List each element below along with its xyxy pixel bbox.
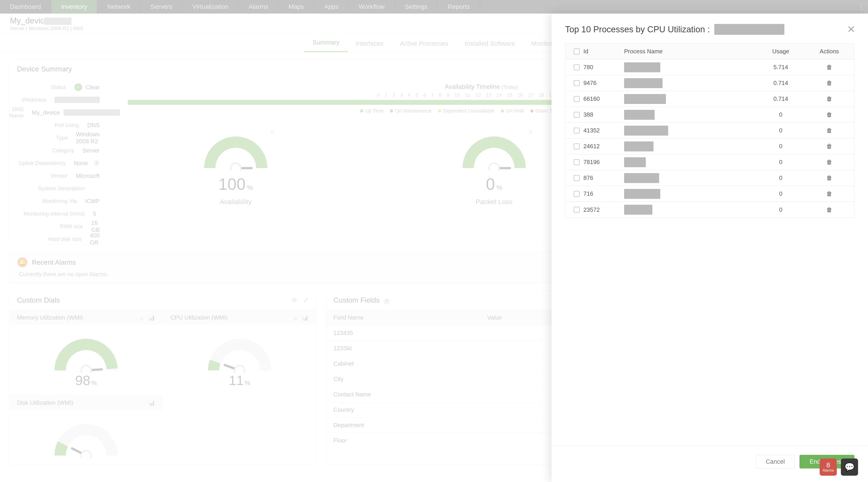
modal-title: Top 10 Processes by CPU Utilization : [565, 24, 784, 35]
process-row: 8760🗑 [565, 170, 854, 186]
process-name-redacted [624, 110, 655, 120]
process-id: 66160 [583, 95, 624, 102]
process-usage: 0 [752, 174, 809, 182]
floating-widgets: 8 Alarms 💬 [819, 458, 858, 476]
process-usage: 0.714 [752, 95, 809, 102]
process-row: 246120🗑 [565, 138, 854, 154]
process-usage: 0 [752, 111, 809, 118]
process-row: 3880🗑 [565, 107, 854, 123]
process-name-redacted [624, 62, 660, 72]
process-id: 24612 [583, 143, 624, 150]
process-id: 23572 [583, 206, 624, 213]
process-usage: 0.714 [752, 79, 809, 87]
process-row: 7805.714🗑 [565, 59, 854, 75]
row-checkbox[interactable] [574, 207, 580, 213]
row-checkbox[interactable] [574, 159, 580, 165]
trash-icon[interactable]: 🗑 [827, 95, 832, 102]
process-id: 388 [583, 111, 624, 118]
trash-icon[interactable]: 🗑 [827, 79, 832, 87]
col-process-name: Process Name [624, 48, 752, 55]
process-name-redacted [624, 78, 662, 88]
col-actions: Actions [809, 48, 850, 55]
process-usage: 5.714 [752, 64, 809, 71]
row-checkbox[interactable] [574, 191, 580, 197]
process-usage: 0 [752, 159, 809, 166]
row-checkbox[interactable] [574, 64, 580, 70]
process-usage: 0 [752, 190, 809, 197]
col-usage: Usage [752, 48, 809, 55]
process-table-header: Id Process Name Usage Actions [565, 43, 854, 59]
process-row: 94760.714🗑 [565, 75, 854, 91]
select-all-checkbox[interactable] [574, 49, 580, 55]
trash-icon[interactable]: 🗑 [827, 159, 832, 166]
trash-icon[interactable]: 🗑 [827, 127, 832, 134]
process-name-redacted [624, 157, 646, 167]
process-id: 9476 [583, 79, 624, 87]
row-checkbox[interactable] [574, 143, 580, 149]
trash-icon[interactable]: 🗑 [827, 143, 832, 150]
process-id: 78196 [583, 159, 624, 166]
trash-icon[interactable]: 🗑 [827, 64, 832, 71]
row-checkbox[interactable] [574, 128, 580, 133]
col-id: Id [583, 48, 624, 55]
process-row: 413520🗑 [565, 123, 854, 138]
process-id: 716 [583, 190, 624, 197]
chat-floater[interactable]: 💬 [841, 458, 858, 476]
row-checkbox[interactable] [574, 175, 580, 181]
process-usage: 0 [752, 143, 809, 150]
row-checkbox[interactable] [574, 80, 580, 86]
trash-icon[interactable]: 🗑 [827, 111, 832, 118]
process-name-redacted [624, 94, 666, 104]
process-usage: 0 [752, 206, 809, 213]
close-icon[interactable]: ✕ [847, 24, 855, 34]
top-processes-modal: Top 10 Processes by CPU Utilization : ✕ … [552, 13, 868, 482]
trash-icon[interactable]: 🗑 [827, 206, 832, 213]
alarms-floater[interactable]: 8 Alarms [819, 458, 837, 476]
process-name-redacted [624, 173, 659, 183]
process-table: Id Process Name Usage Actions 7805.714🗑9… [565, 43, 855, 218]
process-id: 876 [583, 174, 624, 182]
process-id: 780 [583, 64, 624, 71]
row-checkbox[interactable] [574, 112, 580, 118]
process-usage: 0 [752, 127, 809, 134]
process-row: 235720🗑 [565, 202, 854, 218]
row-checkbox[interactable] [574, 96, 580, 102]
trash-icon[interactable]: 🗑 [827, 190, 832, 197]
process-name-redacted [624, 189, 660, 199]
process-id: 41352 [583, 127, 624, 134]
process-name-redacted [624, 141, 653, 151]
process-row: 7160🗑 [565, 186, 854, 202]
process-name-redacted [624, 205, 652, 215]
process-row: 661600.714🗑 [565, 91, 854, 107]
process-name-redacted [624, 126, 668, 136]
cancel-button[interactable]: Cancel [756, 455, 795, 469]
modal-title-redacted [714, 24, 784, 35]
trash-icon[interactable]: 🗑 [827, 174, 832, 182]
process-row: 781960🗑 [565, 154, 854, 170]
